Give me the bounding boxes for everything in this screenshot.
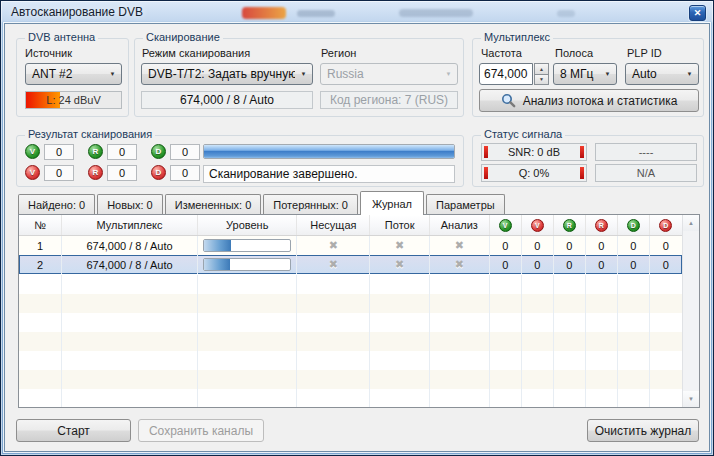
radio-ok-count: 0 [107, 144, 137, 160]
count-cell: 0 [522, 255, 554, 274]
count-cell: 0 [586, 255, 618, 274]
tab-new[interactable]: Новых: 0 [97, 194, 163, 214]
stream-status-cell: ✖ [370, 255, 430, 274]
scroll-up-button[interactable]: ▲ [683, 215, 699, 231]
arrow-up-icon: ▲ [539, 66, 544, 72]
col-header-level[interactable]: Уровень [198, 215, 297, 235]
data-ok-icon: D [627, 219, 640, 232]
snr-aux-field: ---- [595, 143, 697, 161]
col-header-data-ok[interactable]: D [618, 215, 650, 235]
plp-id-select[interactable]: Auto ▼ [625, 63, 699, 85]
source-select[interactable]: ANT #2 ▼ [25, 63, 122, 85]
col-header-radio-ok[interactable]: R [554, 215, 586, 235]
carrier-status-cell: ✖ [297, 236, 370, 255]
group-scanning: Сканирование Режим сканирования DVB-T/T2… [134, 38, 464, 117]
titlebar[interactable]: Автосканирование DVB ✕ [1, 1, 713, 23]
bandwidth-value: 8 МГц [554, 67, 599, 81]
region-label: Регион [321, 47, 356, 59]
bandwidth-label: Полоса [555, 47, 593, 59]
group-title: Мультиплекс [481, 31, 553, 43]
level-bar-fill [204, 259, 230, 270]
video-fail-icon: V [25, 165, 40, 180]
cross-icon: ✖ [329, 258, 338, 271]
col-header-video-ok[interactable]: V [490, 215, 522, 235]
col-header-radio-fail[interactable]: R [586, 215, 618, 235]
col-header-analysis[interactable]: Анализ [430, 215, 490, 235]
signal-marker-icon [484, 146, 488, 158]
bandwidth-select[interactable]: 8 МГц ▼ [553, 63, 617, 85]
chevron-down-icon: ▼ [440, 71, 457, 77]
radio-fail-count: 0 [107, 165, 137, 181]
count-cell: 0 [618, 236, 650, 255]
table-row-selected[interactable]: 2 674,000 / 8 / Auto ✖ ✖ ✖ 0 0 0 0 0 0 [19, 255, 682, 274]
tab-found[interactable]: Найдено: 0 [18, 194, 95, 214]
clear-journal-button[interactable]: Очистить журнал [587, 419, 699, 442]
row-num: 1 [19, 236, 62, 255]
col-header-stream[interactable]: Поток [370, 215, 430, 235]
plp-id-label: PLP ID [627, 47, 662, 59]
cross-icon: ✖ [455, 258, 464, 271]
analyze-button-label: Анализ потока и статистика [523, 94, 678, 108]
titlebar-artifact [297, 10, 335, 17]
group-title: Результат сканирования [25, 128, 155, 140]
scan-status-text: Сканирование завершено. [203, 165, 455, 183]
video-fail-icon: V [531, 219, 544, 232]
count-cell: 0 [490, 236, 522, 255]
spinner-down-button[interactable]: ▼ [534, 75, 549, 86]
cross-icon: ✖ [455, 239, 464, 252]
table-row[interactable]: 1 674,000 / 8 / Auto ✖ ✖ ✖ 0 0 0 0 0 0 [19, 236, 682, 255]
tab-journal[interactable]: Журнал [360, 191, 424, 215]
data-ok-icon: D [151, 144, 166, 159]
chevron-down-icon: ▼ [295, 71, 312, 77]
tab-changed[interactable]: Измененных: 0 [165, 194, 262, 214]
magnifier-icon [501, 93, 516, 108]
count-cell: 0 [554, 236, 586, 255]
chevron-down-icon: ▼ [599, 71, 616, 77]
count-cell: 0 [618, 255, 650, 274]
frequency-label: Частота [481, 47, 522, 59]
scan-mode-select[interactable]: DVB-T/T2: Задать вручную ▼ [141, 63, 313, 85]
signal-level-text: L: 24 dBuV [26, 92, 121, 108]
frequency-input[interactable] [479, 63, 533, 85]
titlebar-artifact [242, 7, 286, 19]
analyze-stream-button[interactable]: Анализ потока и статистика [479, 89, 699, 112]
count-cell: 0 [554, 255, 586, 274]
data-fail-icon: D [659, 219, 672, 232]
table-header: № Мультиплекс Уровень Несущая Поток Анал… [19, 215, 682, 236]
result-counters-row-fail: V 0 R 0 D 0 [25, 164, 214, 181]
col-header-mux[interactable]: Мультиплекс [62, 215, 198, 235]
level-bar [203, 258, 291, 271]
dialog-window: Автосканирование DVB ✕ DVB антенна Источ… [0, 0, 714, 456]
radio-ok-icon: R [88, 144, 103, 159]
plp-id-value: Auto [626, 67, 681, 81]
row-level-cell [198, 236, 297, 255]
group-title: Статус сигнала [481, 128, 565, 140]
scroll-down-button[interactable]: ▼ [683, 391, 699, 407]
spinner-up-button[interactable]: ▲ [534, 63, 549, 75]
count-cell: 0 [522, 236, 554, 255]
col-header-num[interactable]: № [19, 215, 62, 235]
col-header-data-fail[interactable]: D [650, 215, 682, 235]
col-header-video-fail[interactable]: V [522, 215, 554, 235]
vertical-scrollbar[interactable]: ▲ ▼ [682, 215, 699, 407]
journal-table: № Мультиплекс Уровень Несущая Поток Анал… [18, 214, 700, 408]
titlebar-artifact [399, 9, 473, 17]
radio-fail-icon: R [595, 219, 608, 232]
close-button[interactable]: ✕ [689, 5, 706, 21]
analysis-status-cell: ✖ [430, 236, 490, 255]
source-label: Источник [25, 47, 72, 59]
radio-ok-icon: R [563, 219, 576, 232]
tab-parameters[interactable]: Параметры [426, 194, 505, 214]
frequency-spinner: ▲ ▼ [534, 63, 549, 85]
group-dvb-antenna: DVB антенна Источник ANT #2 ▼ L: 24 dBuV [16, 38, 129, 117]
tab-lost[interactable]: Потерянных: 0 [263, 194, 358, 214]
group-title: Сканирование [143, 31, 223, 43]
group-scan-result: Результат сканирования V 0 R 0 D 0 V 0 R… [16, 135, 464, 187]
count-cell: 0 [650, 255, 682, 274]
signal-marker-icon [484, 167, 488, 179]
signal-level-meter: L: 24 dBuV [25, 91, 122, 109]
mux-summary-field: 674,000 / 8 / Auto [141, 91, 313, 109]
col-header-carrier[interactable]: Несущая [297, 215, 370, 235]
data-fail-icon: D [151, 165, 166, 180]
start-button[interactable]: Старт [16, 419, 131, 442]
